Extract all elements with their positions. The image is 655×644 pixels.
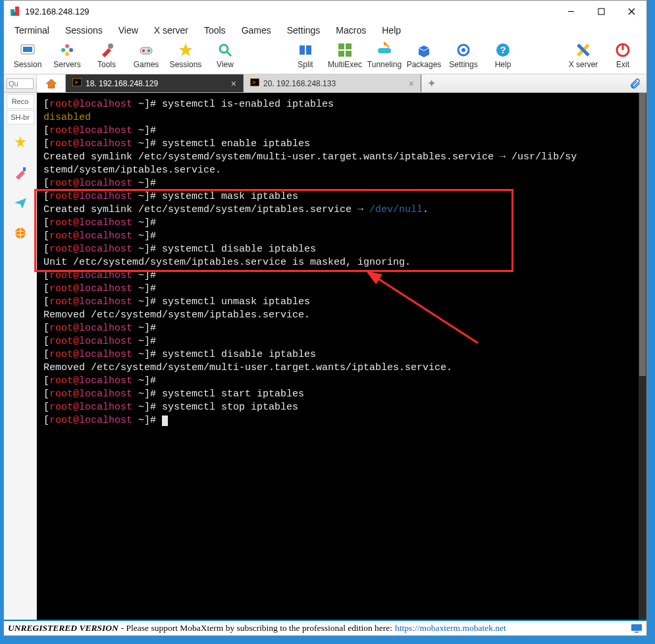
scrollbar[interactable] — [639, 93, 646, 620]
maximize-button[interactable] — [586, 1, 616, 22]
tab-bar: > 18. 192.168.248.129 × > 20. 192.168.24… — [4, 74, 646, 93]
monitor-icon — [631, 624, 642, 633]
svg-rect-1 — [15, 7, 19, 16]
statusbar: UNREGISTERED VERSION - Please support Mo… — [4, 620, 646, 635]
new-tab-button[interactable]: ✦ — [421, 74, 441, 92]
menubar: TerminalSessionsViewX serverToolsGamesSe… — [4, 22, 646, 39]
toolbar-servers-button[interactable]: Servers — [47, 40, 87, 70]
games-icon — [138, 41, 155, 59]
menu-tools[interactable]: Tools — [196, 23, 234, 38]
svg-point-11 — [69, 48, 73, 52]
svg-line-18 — [227, 52, 231, 56]
toolbar-games-button[interactable]: Games — [126, 40, 166, 70]
svg-rect-19 — [300, 45, 305, 55]
sessions-icon — [177, 41, 194, 59]
menu-settings[interactable]: Settings — [279, 23, 328, 38]
help-icon: ? — [494, 41, 511, 59]
svg-rect-14 — [140, 47, 152, 54]
multiexec-icon — [336, 41, 354, 59]
terminal-icon: > — [72, 78, 82, 88]
sidebar-btn-reco[interactable]: Reco — [7, 94, 34, 109]
session-tab-active[interactable]: > 18. 192.168.248.129 × — [66, 74, 244, 92]
toolbar-view-button[interactable]: View — [205, 40, 245, 70]
svg-point-12 — [65, 52, 69, 56]
svg-rect-36 — [23, 167, 26, 171]
session-tab-inactive[interactable]: > 20. 192.168.248.133 × — [244, 74, 421, 92]
svg-point-13 — [108, 43, 113, 49]
tab-close-icon[interactable]: × — [231, 78, 236, 89]
svg-rect-4 — [598, 9, 604, 14]
app-window: 192.168.248.129 TerminalSessionsViewX se… — [3, 0, 647, 636]
menu-terminal[interactable]: Terminal — [7, 23, 57, 38]
exit-icon — [614, 41, 631, 59]
sidebar-btn-sh-br[interactable]: SH-br — [7, 110, 34, 124]
window-title: 192.168.248.129 — [25, 7, 556, 16]
split-icon — [297, 41, 314, 59]
terminal-output[interactable]: [root@localhost ~]# systemctl is-enabled… — [37, 93, 639, 620]
svg-point-15 — [142, 49, 145, 52]
toolbar-split-button[interactable]: Split — [286, 40, 325, 70]
globe-icon[interactable] — [8, 221, 33, 246]
menu-help[interactable]: Help — [374, 23, 409, 38]
packages-icon — [415, 41, 432, 59]
tools-icon — [98, 41, 115, 59]
svg-text:>: > — [252, 79, 255, 86]
toolbar-session-button[interactable]: Session — [8, 40, 47, 70]
svg-rect-2 — [13, 12, 15, 16]
svg-text:?: ? — [500, 44, 506, 55]
status-text: - Please support MobaXterm by subscribin… — [121, 623, 392, 633]
terminal-pane[interactable]: [root@localhost ~]# systemctl is-enabled… — [37, 93, 646, 620]
home-tab[interactable] — [37, 74, 66, 92]
menu-games[interactable]: Games — [234, 23, 279, 38]
tab-close-icon[interactable]: × — [409, 78, 414, 89]
svg-rect-23 — [338, 51, 344, 57]
toolbar-multiexec-button[interactable]: MultiExec — [325, 40, 365, 70]
status-link[interactable]: https://mobaxterm.mobatek.net — [395, 623, 506, 633]
app-icon — [9, 5, 21, 17]
main-area: RecoSH-br [root@localhost ~]# systemctl … — [4, 93, 646, 620]
svg-rect-8 — [23, 47, 32, 52]
brush-icon[interactable] — [8, 160, 33, 185]
close-button[interactable] — [616, 1, 646, 22]
toolbar-help-button[interactable]: ?Help — [483, 40, 523, 70]
plane-icon[interactable] — [8, 190, 33, 215]
menu-macros[interactable]: Macros — [328, 23, 374, 38]
servers-icon — [59, 41, 76, 59]
session-icon — [19, 41, 36, 59]
svg-rect-42 — [635, 631, 639, 633]
titlebar: 192.168.248.129 — [4, 1, 646, 22]
svg-rect-25 — [378, 48, 391, 53]
toolbar-sessions-button[interactable]: Sessions — [166, 40, 205, 70]
star-icon[interactable] — [8, 130, 33, 155]
svg-point-10 — [65, 44, 69, 48]
unregistered-label: UNREGISTERED VERSION — [8, 623, 118, 633]
sidebar: RecoSH-br — [4, 93, 37, 620]
attachment-icon[interactable] — [624, 74, 646, 92]
svg-point-16 — [147, 49, 150, 52]
menu-x-server[interactable]: X server — [146, 23, 196, 38]
toolbar-exit-button[interactable]: Exit — [603, 40, 642, 70]
svg-rect-21 — [338, 43, 344, 49]
svg-point-17 — [220, 45, 228, 53]
svg-point-27 — [461, 48, 465, 52]
toolbar-settings-button[interactable]: Settings — [444, 40, 483, 70]
svg-rect-22 — [346, 43, 352, 49]
toolbar-tunneling-button[interactable]: Tunneling — [365, 40, 404, 70]
xserver-icon — [575, 41, 592, 59]
menu-sessions[interactable]: Sessions — [57, 23, 111, 38]
quick-search — [4, 74, 37, 92]
svg-text:>: > — [74, 79, 78, 86]
window-buttons — [556, 1, 646, 22]
menu-view[interactable]: View — [111, 23, 146, 38]
tab-label: 20. 192.168.248.133 — [263, 79, 336, 88]
toolbar: SessionServersToolsGamesSessionsView Spl… — [4, 39, 646, 74]
settings-icon — [455, 41, 472, 59]
terminal-icon: > — [250, 78, 259, 88]
toolbar-packages-button[interactable]: Packages — [404, 40, 444, 70]
toolbar-x-server-button[interactable]: X server — [563, 40, 603, 70]
minimize-button[interactable] — [556, 1, 586, 22]
toolbar-tools-button[interactable]: Tools — [87, 40, 126, 70]
svg-rect-20 — [306, 45, 311, 55]
quick-search-input[interactable] — [7, 78, 34, 89]
scrollbar-thumb[interactable] — [639, 93, 646, 376]
